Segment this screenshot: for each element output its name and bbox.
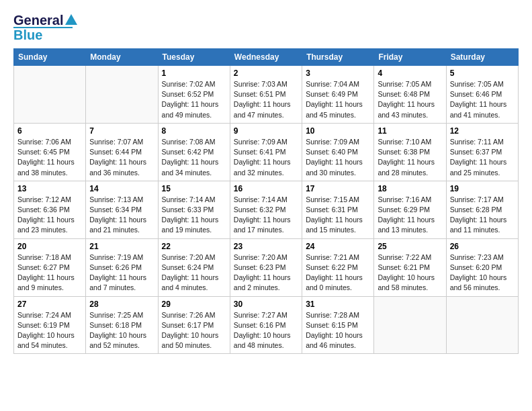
calendar-cell: 14Sunrise: 7:13 AM Sunset: 6:34 PM Dayli… xyxy=(86,181,158,238)
calendar-cell: 23Sunrise: 7:20 AM Sunset: 6:23 PM Dayli… xyxy=(230,238,302,296)
day-number: 8 xyxy=(162,126,226,136)
day-number: 20 xyxy=(17,242,82,251)
day-info: Sunrise: 7:04 AM Sunset: 6:49 PM Dayligh… xyxy=(306,79,370,120)
calendar-cell: 6Sunrise: 7:06 AM Sunset: 6:45 PM Daylig… xyxy=(14,123,86,181)
day-number: 23 xyxy=(234,242,298,251)
day-info: Sunrise: 7:09 AM Sunset: 6:41 PM Dayligh… xyxy=(234,137,298,178)
day-number: 27 xyxy=(17,300,82,309)
day-number: 22 xyxy=(162,242,226,251)
calendar-cell: 2Sunrise: 7:03 AM Sunset: 6:51 PM Daylig… xyxy=(230,66,302,124)
day-info: Sunrise: 7:03 AM Sunset: 6:51 PM Dayligh… xyxy=(234,79,298,120)
calendar-cell: 5Sunrise: 7:05 AM Sunset: 6:46 PM Daylig… xyxy=(446,66,518,124)
day-info: Sunrise: 7:09 AM Sunset: 6:40 PM Dayligh… xyxy=(306,137,370,178)
day-number: 7 xyxy=(89,126,154,136)
day-number: 24 xyxy=(306,242,370,251)
calendar-cell: 20Sunrise: 7:18 AM Sunset: 6:27 PM Dayli… xyxy=(14,238,86,296)
calendar-cell: 28Sunrise: 7:25 AM Sunset: 6:18 PM Dayli… xyxy=(86,296,158,354)
day-number: 9 xyxy=(234,126,298,136)
calendar-cell: 30Sunrise: 7:27 AM Sunset: 6:16 PM Dayli… xyxy=(230,296,302,354)
day-number: 13 xyxy=(17,184,82,193)
calendar-cell: 25Sunrise: 7:22 AM Sunset: 6:21 PM Dayli… xyxy=(374,238,446,296)
day-number: 18 xyxy=(378,184,442,193)
calendar-cell: 4Sunrise: 7:05 AM Sunset: 6:48 PM Daylig… xyxy=(374,66,446,124)
calendar-cell: 9Sunrise: 7:09 AM Sunset: 6:41 PM Daylig… xyxy=(230,123,302,181)
calendar-header-row: SundayMondayTuesdayWednesdayThursdayFrid… xyxy=(14,49,519,66)
day-info: Sunrise: 7:27 AM Sunset: 6:16 PM Dayligh… xyxy=(234,310,298,351)
day-number: 17 xyxy=(306,184,370,193)
day-info: Sunrise: 7:10 AM Sunset: 6:38 PM Dayligh… xyxy=(378,137,442,178)
day-number: 30 xyxy=(234,300,298,309)
calendar-cell: 21Sunrise: 7:19 AM Sunset: 6:26 PM Dayli… xyxy=(86,238,158,296)
calendar-cell: 12Sunrise: 7:11 AM Sunset: 6:37 PM Dayli… xyxy=(446,123,518,181)
day-number: 19 xyxy=(450,184,515,193)
col-header-saturday: Saturday xyxy=(446,49,518,66)
day-info: Sunrise: 7:11 AM Sunset: 6:37 PM Dayligh… xyxy=(450,137,515,178)
day-info: Sunrise: 7:05 AM Sunset: 6:46 PM Dayligh… xyxy=(450,79,515,120)
day-info: Sunrise: 7:16 AM Sunset: 6:29 PM Dayligh… xyxy=(378,195,442,236)
calendar-cell: 15Sunrise: 7:14 AM Sunset: 6:33 PM Dayli… xyxy=(158,181,230,238)
day-number: 6 xyxy=(17,126,82,136)
day-info: Sunrise: 7:14 AM Sunset: 6:32 PM Dayligh… xyxy=(234,195,298,236)
day-number: 31 xyxy=(306,300,370,309)
col-header-sunday: Sunday xyxy=(14,49,86,66)
day-info: Sunrise: 7:28 AM Sunset: 6:15 PM Dayligh… xyxy=(306,310,370,351)
day-number: 12 xyxy=(450,126,515,136)
calendar-week-row: 27Sunrise: 7:24 AM Sunset: 6:19 PM Dayli… xyxy=(14,296,519,354)
day-info: Sunrise: 7:18 AM Sunset: 6:27 PM Dayligh… xyxy=(17,253,82,293)
day-info: Sunrise: 7:19 AM Sunset: 6:26 PM Dayligh… xyxy=(89,253,154,293)
calendar-cell: 17Sunrise: 7:15 AM Sunset: 6:31 PM Dayli… xyxy=(302,181,374,238)
day-number: 29 xyxy=(162,300,226,309)
calendar-cell: 1Sunrise: 7:02 AM Sunset: 6:52 PM Daylig… xyxy=(158,66,230,124)
day-number: 4 xyxy=(378,68,442,78)
calendar-week-row: 6Sunrise: 7:06 AM Sunset: 6:45 PM Daylig… xyxy=(14,123,519,181)
col-header-wednesday: Wednesday xyxy=(230,49,302,66)
day-info: Sunrise: 7:14 AM Sunset: 6:33 PM Dayligh… xyxy=(162,195,226,236)
day-number: 15 xyxy=(162,184,226,193)
calendar-cell: 27Sunrise: 7:24 AM Sunset: 6:19 PM Dayli… xyxy=(14,296,86,354)
calendar-table: SundayMondayTuesdayWednesdayThursdayFrid… xyxy=(13,48,519,354)
calendar-cell: 31Sunrise: 7:28 AM Sunset: 6:15 PM Dayli… xyxy=(302,296,374,354)
logo-general-part: General xyxy=(13,13,63,27)
calendar-cell: 18Sunrise: 7:16 AM Sunset: 6:29 PM Dayli… xyxy=(374,181,446,238)
day-number: 1 xyxy=(162,68,226,78)
calendar-cell: 10Sunrise: 7:09 AM Sunset: 6:40 PM Dayli… xyxy=(302,123,374,181)
calendar-cell: 19Sunrise: 7:17 AM Sunset: 6:28 PM Dayli… xyxy=(446,181,518,238)
calendar-cell xyxy=(14,66,86,124)
logo-blue-part: Blue xyxy=(13,28,42,42)
page-header: General Blue xyxy=(13,13,519,42)
day-info: Sunrise: 7:06 AM Sunset: 6:45 PM Dayligh… xyxy=(17,137,82,178)
calendar-week-row: 1Sunrise: 7:02 AM Sunset: 6:52 PM Daylig… xyxy=(14,66,519,124)
calendar-cell xyxy=(86,66,158,124)
day-number: 25 xyxy=(378,242,442,251)
col-header-thursday: Thursday xyxy=(302,49,374,66)
day-number: 3 xyxy=(306,68,370,78)
calendar-week-row: 20Sunrise: 7:18 AM Sunset: 6:27 PM Dayli… xyxy=(14,238,519,296)
day-info: Sunrise: 7:13 AM Sunset: 6:34 PM Dayligh… xyxy=(89,195,154,236)
day-number: 5 xyxy=(450,68,515,78)
calendar-cell xyxy=(446,296,518,354)
col-header-tuesday: Tuesday xyxy=(158,49,230,66)
day-info: Sunrise: 7:07 AM Sunset: 6:44 PM Dayligh… xyxy=(89,137,154,178)
day-number: 16 xyxy=(234,184,298,193)
calendar-cell: 13Sunrise: 7:12 AM Sunset: 6:36 PM Dayli… xyxy=(14,181,86,238)
day-info: Sunrise: 7:15 AM Sunset: 6:31 PM Dayligh… xyxy=(306,195,370,236)
logo: General Blue xyxy=(13,13,78,42)
day-info: Sunrise: 7:25 AM Sunset: 6:18 PM Dayligh… xyxy=(89,310,154,351)
day-number: 28 xyxy=(89,300,154,309)
col-header-friday: Friday xyxy=(374,49,446,66)
day-number: 21 xyxy=(89,242,154,251)
day-info: Sunrise: 7:20 AM Sunset: 6:23 PM Dayligh… xyxy=(234,253,298,293)
calendar-cell: 8Sunrise: 7:08 AM Sunset: 6:42 PM Daylig… xyxy=(158,123,230,181)
day-number: 26 xyxy=(450,242,515,251)
day-info: Sunrise: 7:23 AM Sunset: 6:20 PM Dayligh… xyxy=(450,253,515,293)
day-number: 11 xyxy=(378,126,442,136)
day-info: Sunrise: 7:26 AM Sunset: 6:17 PM Dayligh… xyxy=(162,310,226,351)
day-number: 14 xyxy=(89,184,154,193)
calendar-cell: 24Sunrise: 7:21 AM Sunset: 6:22 PM Dayli… xyxy=(302,238,374,296)
day-info: Sunrise: 7:20 AM Sunset: 6:24 PM Dayligh… xyxy=(162,253,226,293)
day-info: Sunrise: 7:05 AM Sunset: 6:48 PM Dayligh… xyxy=(378,79,442,120)
calendar-cell: 26Sunrise: 7:23 AM Sunset: 6:20 PM Dayli… xyxy=(446,238,518,296)
day-info: Sunrise: 7:22 AM Sunset: 6:21 PM Dayligh… xyxy=(378,253,442,293)
calendar-cell: 22Sunrise: 7:20 AM Sunset: 6:24 PM Dayli… xyxy=(158,238,230,296)
day-info: Sunrise: 7:24 AM Sunset: 6:19 PM Dayligh… xyxy=(17,310,82,351)
